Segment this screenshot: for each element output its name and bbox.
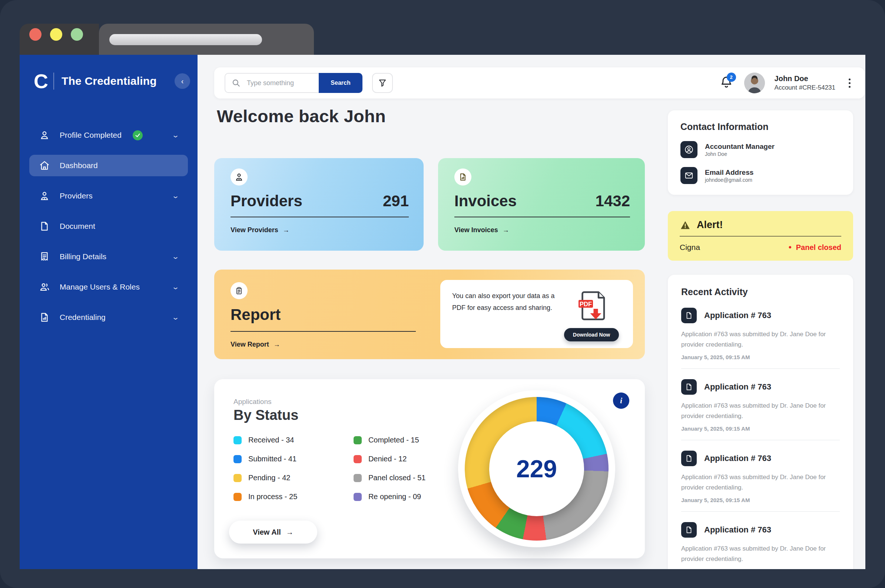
- legend-item-denied: Denied - 12: [354, 455, 449, 463]
- activity-title: Recent Activity: [681, 286, 840, 297]
- maximize-window-button[interactable]: [71, 28, 83, 41]
- legend-item-received: Received - 34: [233, 436, 320, 444]
- sidebar-item-providers[interactable]: Providers ⌄: [29, 185, 188, 207]
- donut-total: 229: [516, 455, 557, 483]
- file-icon: [681, 522, 697, 538]
- legend-item-submitted: Submitted - 41: [233, 455, 320, 463]
- app-root: C The Credentialing ‹ Profile Completed …: [0, 0, 885, 588]
- browser-window-frame: C The Credentialing ‹ Profile Completed …: [0, 0, 885, 588]
- browser-tab[interactable]: [99, 24, 314, 55]
- divider: [681, 512, 840, 512]
- sidebar-item-manage-users-roles[interactable]: Manage Users & Roles ⌄: [29, 276, 188, 298]
- card-title: Providers: [230, 192, 303, 210]
- activity-item-timestamp: January 5, 2025, 09:15 AM: [681, 497, 840, 503]
- view-invoices-link[interactable]: View Invoices→: [455, 226, 509, 234]
- browser-chrome: [20, 24, 99, 55]
- activity-item-timestamp: January 5, 2025, 09:15 AM: [681, 426, 840, 432]
- filter-button[interactable]: [372, 73, 393, 93]
- sidebar-menu: Profile Completed ⌄ Dashboard Providers: [20, 124, 197, 328]
- sidebar-item-dashboard[interactable]: Dashboard: [29, 155, 188, 176]
- check-badge-icon: [133, 130, 143, 140]
- view-providers-link[interactable]: View Providers→: [230, 226, 289, 234]
- activity-item[interactable]: Application # 763 Application #763 was s…: [681, 379, 840, 440]
- activity-item-title: Application # 763: [704, 525, 771, 535]
- invoices-count: 1432: [596, 192, 630, 210]
- avatar[interactable]: [744, 73, 765, 93]
- activity-item[interactable]: Application # 763 Application #763 was s…: [681, 451, 840, 512]
- download-now-button[interactable]: Download Now: [564, 328, 619, 341]
- activity-item[interactable]: Application # 763 Application #763 was s…: [681, 522, 840, 564]
- invoices-card: Invoices 1432 View Invoices→: [438, 158, 645, 250]
- activity-item[interactable]: Application # 763 Application #763 was s…: [681, 308, 840, 369]
- alert-payer: Cigna: [680, 243, 700, 252]
- sidebar-item-label: Dashboard: [60, 161, 98, 170]
- sidebar-item-credentialing[interactable]: Credentialing ⌄: [29, 307, 188, 328]
- more-options-button[interactable]: [845, 76, 854, 90]
- address-bar[interactable]: [109, 34, 262, 45]
- card-title: Invoices: [455, 192, 516, 210]
- header-right: 2 John Doe Account #CRE-54231: [720, 73, 854, 93]
- doctor-icon: [39, 190, 50, 201]
- header-bar: Search 2 John Doe Account #CRE-5423: [214, 68, 865, 99]
- notification-count-badge: 2: [727, 73, 736, 82]
- legend-item-re-opening: Re opening - 09: [354, 492, 449, 501]
- person-circle-icon: [680, 141, 697, 158]
- users-icon: [39, 281, 50, 292]
- contact-row-email: Email Address johndoe@gmail.com: [680, 167, 841, 184]
- contact-value: John Doe: [705, 151, 775, 157]
- logo: C The Credentialing ‹: [34, 71, 190, 91]
- legend-swatch: [354, 474, 362, 482]
- warning-icon: [680, 220, 691, 230]
- arrow-right-icon: →: [283, 226, 289, 234]
- alert-status: Panel closed: [789, 243, 841, 252]
- sidebar-item-billing-details[interactable]: Billing Details ⌄: [29, 246, 188, 267]
- sidebar-collapse-button[interactable]: ‹: [175, 74, 190, 89]
- divider: [681, 440, 840, 440]
- sidebar-item-label: Manage Users & Roles: [60, 282, 140, 291]
- logo-mark: C: [34, 71, 47, 91]
- home-icon: [39, 160, 50, 171]
- legend-swatch: [354, 436, 362, 444]
- receipt-icon: [39, 251, 50, 262]
- file-icon: [681, 308, 697, 323]
- info-icon[interactable]: i: [613, 393, 629, 409]
- sidebar-item-label: Billing Details: [60, 252, 106, 261]
- person-icon: [39, 130, 50, 141]
- user-account-number: Account #CRE-54231: [775, 84, 835, 92]
- chevron-down-icon: ⌄: [172, 131, 179, 139]
- search-button[interactable]: Search: [319, 73, 363, 93]
- chevron-down-icon: ⌄: [172, 313, 179, 321]
- view-report-link[interactable]: View Report→: [230, 340, 280, 348]
- activity-item-title: Application # 763: [704, 454, 771, 463]
- notifications-button[interactable]: 2: [720, 75, 734, 91]
- activity-item-title: Application # 763: [704, 310, 771, 320]
- alert-card: Alert! Cigna Panel closed: [668, 211, 853, 261]
- svg-text:PDF: PDF: [579, 301, 592, 308]
- contact-value: johndoe@gmail.com: [705, 177, 753, 183]
- legend-swatch: [354, 493, 362, 501]
- page-title: Welcome back John: [217, 106, 386, 126]
- sidebar-item-document[interactable]: Document: [29, 216, 188, 237]
- pdf-file-icon: PDF: [575, 289, 611, 326]
- applications-by-status-card: Applications By Status Received - 34 Sub…: [214, 379, 645, 558]
- clipboard-icon: [230, 282, 248, 299]
- close-window-button[interactable]: [29, 28, 42, 41]
- contact-row-manager: Accountant Manager John Doe: [680, 141, 841, 158]
- doctor-icon: [230, 168, 248, 186]
- donut-ring: 229: [465, 397, 608, 541]
- divider: [230, 217, 409, 218]
- user-info[interactable]: John Doe Account #CRE-54231: [775, 74, 835, 92]
- logo-divider: [53, 73, 54, 90]
- sidebar-item-label: Document: [60, 222, 95, 231]
- card-title: Report: [230, 306, 280, 324]
- funnel-icon: [378, 78, 387, 87]
- sidebar-item-profile-completed[interactable]: Profile Completed ⌄: [29, 124, 188, 146]
- view-all-button[interactable]: View All→: [229, 520, 317, 544]
- logo-text: The Credentialing: [62, 75, 157, 87]
- divider: [455, 217, 630, 218]
- envelope-icon: [680, 167, 697, 184]
- activity-item-description: Application #763 was submitted by Dr. Ja…: [681, 329, 840, 350]
- status-donut-chart: 229: [458, 390, 615, 547]
- contact-label: Email Address: [705, 168, 753, 177]
- minimize-window-button[interactable]: [50, 28, 62, 41]
